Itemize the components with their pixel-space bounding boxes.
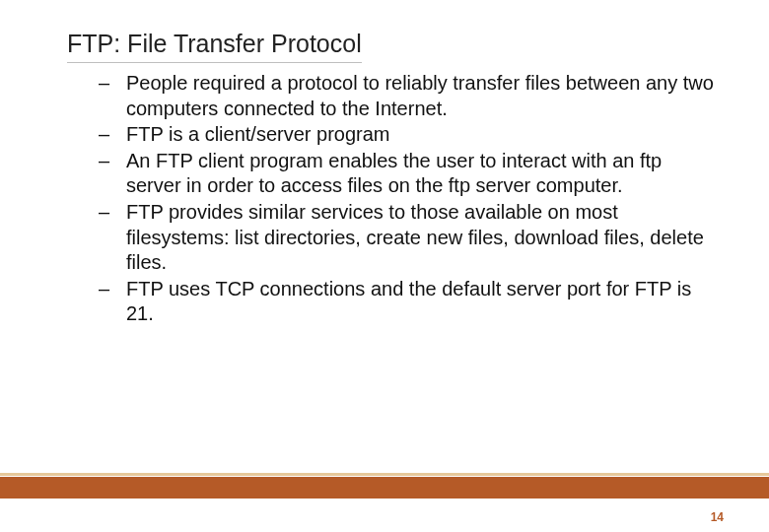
list-item: FTP uses TCP connections and the default… bbox=[99, 277, 720, 327]
list-item: An FTP client program enables the user t… bbox=[99, 149, 720, 199]
slide-content: People required a protocol to reliably t… bbox=[99, 71, 720, 328]
footer-main-stripe bbox=[0, 477, 769, 499]
slide-title: FTP: File Transfer Protocol bbox=[67, 30, 362, 63]
list-item: FTP is a client/server program bbox=[99, 122, 720, 148]
footer-thin-stripe bbox=[0, 473, 769, 476]
list-item: People required a protocol to reliably t… bbox=[99, 71, 720, 121]
title-wrap: FTP: File Transfer Protocol bbox=[67, 30, 730, 63]
page-number: 14 bbox=[711, 510, 724, 524]
list-item: FTP provides similar services to those a… bbox=[99, 200, 720, 276]
footer-bar bbox=[0, 473, 769, 500]
slide: FTP: File Transfer Protocol People requi… bbox=[0, 0, 769, 532]
bullet-list: People required a protocol to reliably t… bbox=[99, 71, 720, 327]
